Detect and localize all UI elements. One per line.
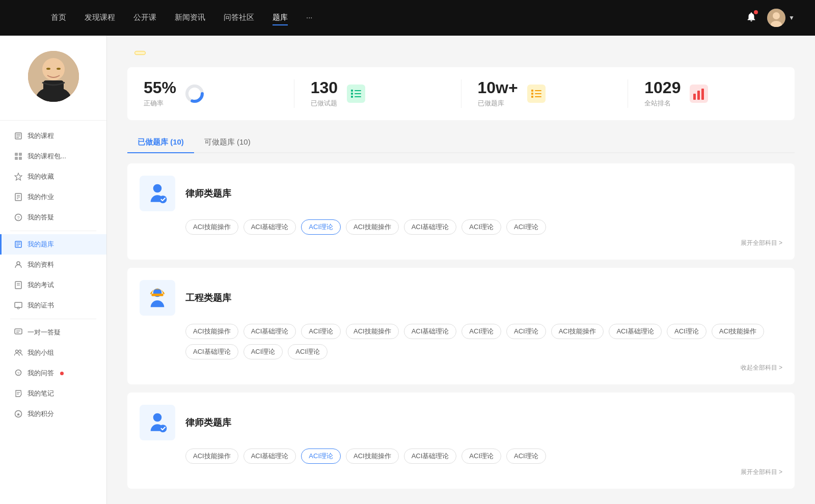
sidebar-divider bbox=[10, 231, 96, 231]
tag-1-12[interactable]: ACI理论 bbox=[243, 344, 283, 359]
qa-icon: ? bbox=[14, 369, 22, 377]
tag-1-1[interactable]: ACI基础理论 bbox=[243, 324, 296, 339]
sidebar-item-question[interactable]: ? 我的答疑 bbox=[0, 207, 106, 228]
tab-1[interactable]: 可做题库 (10) bbox=[194, 132, 261, 153]
nav-item[interactable]: 题库 bbox=[273, 11, 288, 25]
nav-item[interactable]: 首页 bbox=[51, 11, 66, 25]
expand-link-1[interactable]: 收起全部科目 > bbox=[140, 363, 782, 372]
stat-text: 55% 正确率 bbox=[144, 79, 176, 108]
user-avatar-menu[interactable]: ▼ bbox=[767, 9, 795, 27]
tag-2-2[interactable]: ACI理论 bbox=[301, 449, 341, 464]
sidebar-item-qa[interactable]: ? 我的问答 bbox=[0, 363, 106, 383]
svg-point-8 bbox=[46, 68, 50, 70]
bank-title-2: 律师类题库 bbox=[185, 416, 231, 429]
bank-card-2: 律师类题库 ACI技能操作ACI基础理论ACI理论ACI技能操作ACI基础理论A… bbox=[127, 393, 795, 489]
menu-badge bbox=[60, 372, 64, 375]
sidebar-item-package[interactable]: 我的课程包... bbox=[0, 146, 106, 166]
tag-1-7[interactable]: ACI技能操作 bbox=[551, 324, 604, 339]
sidebar-menu: 我的课程 我的课程包... 我的收藏 我的作业 ? 我的答疑 我的题库 我的资料… bbox=[0, 126, 106, 424]
tag-0-5[interactable]: ACI理论 bbox=[461, 219, 501, 235]
sidebar-item-note[interactable]: 我的笔记 bbox=[0, 383, 106, 404]
nav-item[interactable]: 新闻资讯 bbox=[175, 11, 205, 25]
sidebar-item-cert[interactable]: 我的证书 bbox=[0, 295, 106, 316]
sidebar-item-bank[interactable]: 我的题库 bbox=[0, 234, 106, 255]
stat-item-1: 130 已做试题 bbox=[294, 79, 461, 108]
notification-dot bbox=[754, 10, 758, 14]
sidebar-item-tutor[interactable]: 一对一答疑 bbox=[0, 322, 106, 343]
tag-2-1[interactable]: ACI基础理论 bbox=[243, 449, 296, 464]
course-icon bbox=[14, 132, 22, 140]
data-icon bbox=[14, 261, 22, 269]
svg-point-66 bbox=[153, 184, 162, 193]
tag-0-0[interactable]: ACI技能操作 bbox=[185, 219, 238, 235]
svg-rect-69 bbox=[151, 294, 163, 296]
group-icon bbox=[14, 349, 22, 357]
bank-card-1: 工程类题库 ACI技能操作ACI基础理论ACI理论ACI技能操作ACI基础理论A… bbox=[127, 268, 795, 384]
svg-point-9 bbox=[57, 68, 61, 70]
sidebar-item-label: 我的考试 bbox=[28, 281, 54, 290]
tag-1-0[interactable]: ACI技能操作 bbox=[185, 324, 238, 339]
tag-2-6[interactable]: ACI理论 bbox=[506, 449, 546, 464]
navbar-right: ▼ bbox=[736, 9, 795, 27]
tag-1-2[interactable]: ACI理论 bbox=[301, 324, 341, 339]
nav-item[interactable]: ··· bbox=[306, 11, 313, 25]
svg-rect-63 bbox=[693, 94, 696, 100]
sidebar-item-data[interactable]: 我的资料 bbox=[0, 255, 106, 275]
sidebar-item-group[interactable]: 我的小组 bbox=[0, 343, 106, 363]
tag-2-4[interactable]: ACI基础理论 bbox=[404, 449, 457, 464]
stat-value: 130 bbox=[311, 79, 338, 96]
tag-1-3[interactable]: ACI技能操作 bbox=[346, 324, 399, 339]
tag-0-4[interactable]: ACI基础理论 bbox=[404, 219, 457, 235]
tag-1-6[interactable]: ACI理论 bbox=[506, 324, 546, 339]
stat-value: 55% bbox=[144, 79, 176, 96]
tag-0-3[interactable]: ACI技能操作 bbox=[346, 219, 399, 235]
stat-label: 已做试题 bbox=[311, 99, 338, 108]
svg-rect-17 bbox=[19, 157, 22, 160]
tag-1-5[interactable]: ACI理论 bbox=[461, 324, 501, 339]
tag-0-6[interactable]: ACI理论 bbox=[506, 219, 546, 235]
cert-icon bbox=[14, 301, 22, 310]
tag-1-13[interactable]: ACI理论 bbox=[288, 344, 328, 359]
stat-text: 1029 全站排名 bbox=[644, 79, 681, 108]
tag-0-1[interactable]: ACI基础理论 bbox=[243, 219, 296, 235]
tag-1-9[interactable]: ACI理论 bbox=[667, 324, 707, 339]
points-icon: ★ bbox=[14, 410, 22, 418]
tag-2-0[interactable]: ACI技能操作 bbox=[185, 449, 238, 464]
bank-title-1: 工程类题库 bbox=[185, 292, 231, 304]
tag-1-11[interactable]: ACI基础理论 bbox=[185, 344, 238, 359]
expand-link-0[interactable]: 展开全部科目 > bbox=[140, 239, 782, 247]
sidebar-item-points[interactable]: ★ 我的积分 bbox=[0, 404, 106, 424]
svg-rect-52 bbox=[355, 90, 361, 91]
tag-2-5[interactable]: ACI理论 bbox=[461, 449, 501, 464]
stat-item-2: 10w+ 已做题库 bbox=[461, 79, 629, 108]
svg-rect-58 bbox=[531, 96, 533, 98]
notification-bell[interactable] bbox=[746, 11, 757, 24]
svg-marker-18 bbox=[15, 173, 22, 180]
sidebar-item-exam[interactable]: 我的考试 bbox=[0, 275, 106, 295]
user-avatar bbox=[767, 9, 785, 27]
stat-icon-2 bbox=[526, 83, 547, 104]
svg-point-70 bbox=[153, 413, 162, 422]
sidebar-item-course[interactable]: 我的课程 bbox=[0, 126, 106, 146]
nav-item[interactable]: 发现课程 bbox=[85, 11, 115, 25]
main-content: 55% 正确率 130 已做试题 10w+ 已做题库 1029 全站排名 已做题… bbox=[107, 36, 815, 504]
tab-0[interactable]: 已做题库 (10) bbox=[127, 132, 194, 153]
sidebar-item-label: 我的收藏 bbox=[28, 172, 54, 181]
tag-2-3[interactable]: ACI技能操作 bbox=[346, 449, 399, 464]
tag-1-4[interactable]: ACI基础理论 bbox=[404, 324, 457, 339]
tag-1-10[interactable]: ACI技能操作 bbox=[712, 324, 765, 339]
tag-1-8[interactable]: ACI基础理论 bbox=[609, 324, 662, 339]
sidebar-item-homework[interactable]: 我的作业 bbox=[0, 187, 106, 207]
bank-card-0: 律师类题库 ACI技能操作ACI基础理论ACI理论ACI技能操作ACI基础理论A… bbox=[127, 163, 795, 260]
sidebar-item-star[interactable]: 我的收藏 bbox=[0, 166, 106, 187]
profile-avatar bbox=[28, 51, 79, 102]
page-wrap: 我的课程 我的课程包... 我的收藏 我的作业 ? 我的答疑 我的题库 我的资料… bbox=[0, 36, 815, 504]
nav-item[interactable]: 问答社区 bbox=[224, 11, 254, 25]
svg-text:?: ? bbox=[17, 215, 19, 220]
svg-rect-53 bbox=[355, 93, 361, 94]
tag-0-2[interactable]: ACI理论 bbox=[301, 219, 341, 235]
sidebar-item-label: 我的资料 bbox=[28, 260, 54, 269]
nav-item[interactable]: 公开课 bbox=[133, 11, 156, 25]
expand-link-2[interactable]: 展开全部科目 > bbox=[140, 468, 782, 477]
svg-point-38 bbox=[16, 350, 18, 353]
